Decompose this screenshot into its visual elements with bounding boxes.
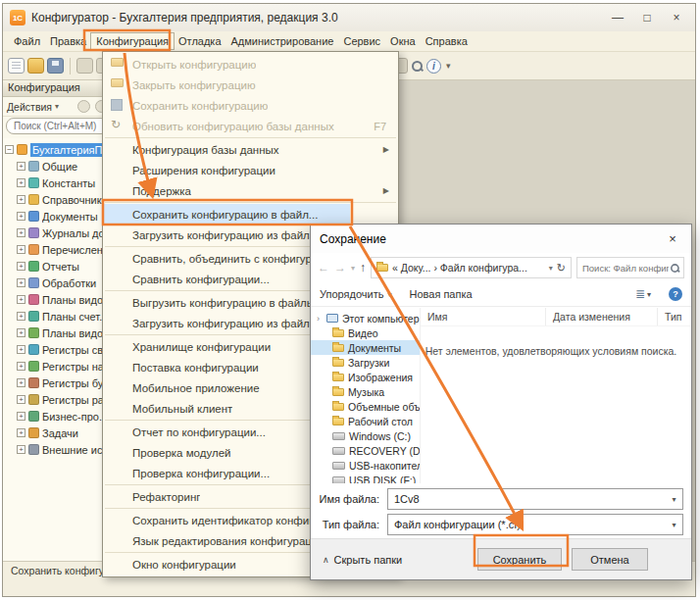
expand-icon[interactable]: + <box>17 195 25 204</box>
dialog-search-box[interactable] <box>576 257 684 278</box>
save-icon[interactable] <box>47 58 64 74</box>
menu-item-db-configuration[interactable]: Конфигурация базы данных▶ <box>103 139 398 160</box>
breadcrumb-dropdown-arrow-icon[interactable]: ▾ <box>549 264 553 273</box>
tree-item[interactable]: +Отчеты <box>3 258 112 275</box>
nav-item-usb-disk-f[interactable]: USB DISK (F:) <box>311 473 420 483</box>
nav-item-documents[interactable]: Документы <box>311 340 420 355</box>
nav-item-desktop[interactable]: Рабочий стол <box>311 414 420 428</box>
tree-item[interactable]: +Документы <box>3 208 112 225</box>
view-mode-icon[interactable]: ≣▾ <box>635 287 651 301</box>
tree-item[interactable]: +Журналы до... <box>3 225 112 241</box>
expand-icon[interactable]: + <box>17 212 25 221</box>
expand-icon[interactable]: + <box>17 278 25 287</box>
menubar-item-administration[interactable]: Администрирование <box>226 33 339 49</box>
tree-item[interactable]: +Планы счет... <box>3 308 112 325</box>
filename-dropdown-arrow-icon[interactable]: ▾ <box>666 495 682 504</box>
open-icon[interactable] <box>27 58 44 74</box>
menubar-item-debug[interactable]: Отладка <box>174 33 225 49</box>
tree-item[interactable]: +Планы видо... <box>3 291 112 308</box>
back-icon[interactable]: ← <box>318 261 329 275</box>
expand-icon[interactable]: + <box>17 378 25 387</box>
expand-chevron-icon[interactable]: › <box>317 314 323 324</box>
cut-icon[interactable] <box>76 58 93 74</box>
info-icon[interactable]: i <box>426 59 441 74</box>
nav-item-pictures[interactable]: Изображения <box>311 370 420 384</box>
find-icon[interactable] <box>411 60 424 73</box>
hide-folders-button[interactable]: ∧Скрыть папки <box>323 554 468 566</box>
tree-item[interactable]: +Обработки <box>3 275 112 291</box>
nav-item-3d-objects[interactable]: Объемные объ... <box>311 399 420 414</box>
menu-item-save-configuration[interactable]: Сохранить конфигурацию <box>103 95 398 116</box>
menu-item-close-configuration[interactable]: Закрыть конфигурацию <box>103 75 398 95</box>
tree-item-root[interactable]: −БухгалтерияПред <box>3 141 112 158</box>
menubar-item-help[interactable]: Справка <box>421 33 473 49</box>
minimize-button[interactable]: — <box>603 6 632 29</box>
expand-icon[interactable]: + <box>17 328 25 337</box>
tree-item[interactable]: +Планы видо... <box>3 325 112 341</box>
column-header-name[interactable]: Имя <box>421 308 546 325</box>
dialog-close-button[interactable]: × <box>654 225 691 253</box>
nav-item-usb-drive[interactable]: USB-накопитель <box>311 458 420 473</box>
menu-item-save-configuration-to-file[interactable]: Сохранить конфигурацию в файл... <box>103 204 398 225</box>
expand-icon[interactable]: + <box>17 412 25 421</box>
panel-round-icon-1[interactable] <box>77 100 90 113</box>
actions-dropdown-arrow-icon[interactable]: ▾ <box>55 102 59 111</box>
column-header-date-modified[interactable]: Дата изменения <box>546 308 658 325</box>
nav-item-drive-d[interactable]: RECOVERY (D:) <box>311 443 420 458</box>
toolbar-overflow-arrow-icon[interactable]: ▾ <box>444 61 453 71</box>
up-icon[interactable]: ↑ <box>360 261 366 275</box>
tree-item[interactable]: +Регистры св... <box>3 341 112 358</box>
tree-item[interactable]: +Регистры бу... <box>3 375 112 391</box>
tree-item[interactable]: +Внешние ис... <box>3 441 112 458</box>
menubar-item-configuration[interactable]: Конфигурация <box>91 33 174 49</box>
breadcrumb[interactable]: « Доку... › Файл конфигура... ▾ ↻ <box>371 257 572 278</box>
nav-item-music[interactable]: Музыка <box>311 384 420 399</box>
expand-icon[interactable]: + <box>17 262 25 271</box>
menu-item-extensions[interactable]: Расширения конфигурации <box>103 160 398 180</box>
expand-icon[interactable]: + <box>17 245 25 254</box>
filetype-dropdown-arrow-icon[interactable]: ▾ <box>666 521 682 529</box>
menubar-item-windows[interactable]: Окна <box>385 33 421 49</box>
dialog-search-input[interactable] <box>582 263 669 274</box>
expand-icon[interactable]: + <box>17 162 25 171</box>
new-document-icon[interactable] <box>8 58 25 74</box>
recent-locations-arrow-icon[interactable]: ▾ <box>351 264 355 273</box>
cancel-button[interactable]: Отмена <box>572 548 648 571</box>
expand-icon[interactable]: + <box>17 445 25 454</box>
expand-icon[interactable]: + <box>17 228 25 237</box>
menu-item-support[interactable]: Поддержка▶ <box>103 180 398 201</box>
close-button[interactable]: × <box>662 6 691 29</box>
help-icon[interactable]: ? <box>669 287 682 301</box>
expand-icon[interactable]: + <box>17 295 25 304</box>
menubar-item-service[interactable]: Сервис <box>338 33 385 49</box>
tree-item[interactable]: +Перечислен... <box>3 241 112 258</box>
filetype-combobox[interactable]: Файл конфигурации (*.cf) ▾ <box>387 514 683 535</box>
expand-icon[interactable]: + <box>17 345 25 354</box>
tree-item[interactable]: +Регистры ра... <box>3 391 112 408</box>
tree-item[interactable]: +Справочники <box>3 191 112 208</box>
expand-icon[interactable]: + <box>17 312 25 321</box>
maximize-button[interactable]: □ <box>632 6 662 29</box>
forward-icon[interactable]: → <box>334 261 346 275</box>
menu-item-update-db-configuration[interactable]: ↻Обновить конфигурацию базы данныхF7 <box>103 116 398 136</box>
refresh-icon[interactable]: ↻ <box>557 262 566 275</box>
tree-item[interactable]: +Бизнес-про... <box>3 408 112 425</box>
menu-item-open-configuration[interactable]: Открыть конфигурацию <box>103 54 398 75</box>
expand-icon[interactable]: + <box>17 428 25 437</box>
organize-button[interactable]: Упорядочить▾ <box>320 288 391 300</box>
nav-item-downloads[interactable]: Загрузки <box>311 355 420 370</box>
tree-item[interactable]: +Задачи <box>3 425 112 441</box>
expand-icon[interactable]: + <box>17 362 25 371</box>
new-folder-button[interactable]: Новая папка <box>409 288 472 300</box>
tree-item[interactable]: +Общие <box>3 158 112 175</box>
column-header-type[interactable]: Тип <box>658 308 691 325</box>
breadcrumb-path[interactable]: « Доку... › Файл конфигура... <box>392 262 545 274</box>
filename-combobox[interactable]: ▾ <box>387 488 683 510</box>
expand-icon[interactable]: + <box>17 178 25 187</box>
nav-item-this-pc[interactable]: ›Этот компьютер <box>311 311 420 325</box>
tree-item[interactable]: +Константы <box>3 175 112 191</box>
expand-icon[interactable]: + <box>17 395 25 404</box>
tree-item[interactable]: +Регистры на... <box>3 358 112 375</box>
filename-input[interactable] <box>388 493 666 505</box>
tree-search-input[interactable] <box>6 118 109 134</box>
